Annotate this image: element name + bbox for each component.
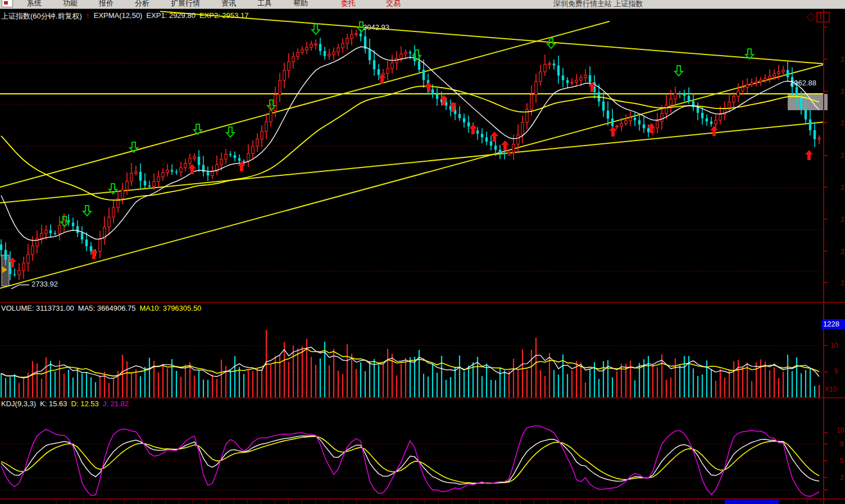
- candle-body-down: [481, 134, 483, 137]
- candle-body-down: [647, 128, 649, 132]
- candle-body-up: [656, 121, 658, 128]
- candle-body-down: [490, 142, 492, 146]
- candle-body-down: [688, 96, 690, 101]
- candle-body-up: [337, 48, 339, 52]
- split-window-icon[interactable]: [816, 12, 830, 22]
- candle-body-up: [737, 91, 739, 97]
- candle-body-up: [211, 171, 213, 175]
- candle-body-down: [458, 114, 461, 118]
- diamond-icon[interactable]: [807, 13, 816, 22]
- candle-body-down: [171, 170, 173, 172]
- candle-body-down: [638, 120, 640, 124]
- candle-body-down: [360, 34, 362, 37]
- candle-body-up: [193, 157, 196, 158]
- candle-body-up: [121, 190, 124, 199]
- candle-body-down: [499, 150, 501, 153]
- candle-body-up: [135, 172, 137, 174]
- candle-body-down: [436, 94, 438, 99]
- candle-body-down: [463, 118, 465, 122]
- candle-body-down: [54, 233, 56, 234]
- candle-body-up: [297, 52, 299, 57]
- expma-up-arrow-icon: ↑: [86, 11, 90, 21]
- candle-body-up: [508, 152, 510, 154]
- candle-body-up: [629, 118, 632, 121]
- candle-body-up: [355, 34, 357, 35]
- candle-body-down: [809, 120, 811, 130]
- candle-body-up: [674, 93, 676, 99]
- kdj-indicator-name[interactable]: KDJ(9,3,3): [1, 399, 36, 408]
- candle-body-up: [112, 207, 115, 217]
- stock-title[interactable]: 上证指数(60分钟.前复权): [1, 11, 82, 21]
- candle-body-up: [746, 84, 748, 87]
- candle-body-down: [13, 274, 16, 275]
- volume-ma5-value: MA5: 3664906.75: [78, 304, 136, 312]
- low-price-label: 2733.92: [31, 280, 58, 288]
- candle-body-up: [270, 111, 272, 122]
- candle-body-down: [373, 60, 375, 69]
- candle-body-up: [742, 88, 744, 91]
- candle-body-up: [535, 81, 537, 95]
- clipped-price-label: 2: [841, 56, 844, 63]
- candle-body-up: [616, 126, 618, 127]
- candle-body-down: [503, 153, 506, 155]
- candle-body-up: [661, 113, 663, 121]
- candle-body-up: [189, 158, 191, 164]
- candle-body-down: [553, 63, 555, 65]
- candle-body-up: [620, 124, 623, 126]
- candle-body-up: [256, 139, 258, 147]
- volume-value[interactable]: VOLUME: 3113731.00: [1, 304, 74, 312]
- candle-body-up: [36, 238, 38, 246]
- candle-body-up: [400, 54, 402, 58]
- clipped-price-label: 2: [841, 216, 844, 224]
- volume-axis-5: 5: [834, 367, 838, 375]
- clipped-price-label: 2: [841, 279, 844, 287]
- candle-body-up: [58, 225, 61, 233]
- exp1-value: EXP1: 2929.80: [146, 11, 195, 21]
- candle-body-up: [265, 122, 267, 131]
- candle-body-down: [710, 121, 712, 124]
- chart-canvas[interactable]: [0, 0, 845, 504]
- kdj-panel-header: KDJ(9,3,3) K: 15.63 D: 12.53 J: 21.82: [1, 399, 129, 408]
- candle-body-down: [207, 172, 209, 175]
- candle-body-down: [148, 185, 151, 187]
- volume-ma10-value: MA10: 3796305.50: [139, 304, 201, 312]
- candle-body-down: [418, 61, 420, 70]
- indicator-name[interactable]: EXPMA(12,50): [94, 11, 143, 21]
- candle-body-up: [728, 102, 730, 108]
- candle-body-up: [584, 75, 587, 78]
- candle-body-up: [108, 217, 110, 227]
- candle-body-up: [342, 43, 344, 48]
- candle-body-down: [198, 157, 200, 165]
- candle-body-up: [530, 95, 533, 110]
- candle-body-up: [778, 72, 780, 74]
- candle-body-down: [494, 146, 497, 149]
- candle-body-down: [701, 113, 703, 119]
- candle-body-down: [139, 172, 142, 181]
- candle-body-up: [782, 70, 784, 72]
- candle-body-down: [319, 44, 321, 51]
- candle-body-up: [252, 146, 254, 153]
- candle-body-down: [243, 161, 245, 162]
- candle-body-up: [306, 47, 308, 50]
- candle-body-down: [369, 49, 371, 60]
- volume-unit-label: X10: [825, 385, 837, 393]
- candle-body-down: [378, 69, 380, 75]
- candle-body-down: [589, 75, 591, 82]
- candle-body-up: [405, 52, 407, 54]
- candle-body-up: [292, 57, 294, 62]
- candle-body-up: [769, 76, 771, 78]
- hline-price-label: 2962.88: [790, 79, 816, 87]
- candle-body-down: [805, 108, 807, 119]
- candle-body-up: [27, 255, 29, 263]
- candle-body-up: [225, 154, 227, 159]
- candle-body-up: [625, 121, 627, 124]
- candle-body-up: [279, 80, 281, 95]
- volume-axis-10: 10: [830, 342, 838, 349]
- candle-body-up: [755, 81, 757, 83]
- candle-body-down: [787, 70, 789, 78]
- candle-body-down: [49, 230, 52, 233]
- kdj-axis-100: 10: [837, 426, 844, 434]
- candle-body-up: [512, 144, 515, 153]
- clipped-price-label: 2: [841, 119, 844, 127]
- candle-body-down: [800, 98, 802, 108]
